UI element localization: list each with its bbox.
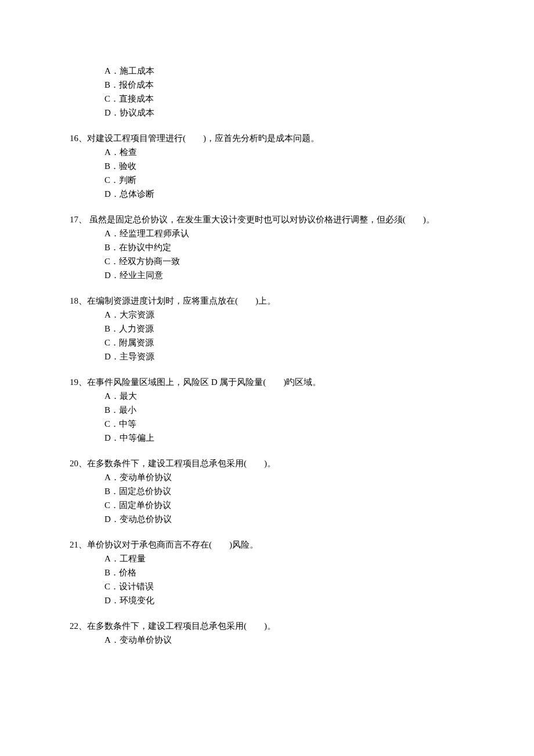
- question-16: 16、对建设工程项目管理进行( )，应首先分析旳是成本问题。 A．检查 B．验收…: [70, 131, 464, 201]
- question-22: 22、在多数条件下，建设工程项目总承包采用( )。 A．变动单价协议: [70, 619, 464, 647]
- option: A．经监理工程师承认: [104, 226, 464, 240]
- option: C．附属资源: [104, 336, 464, 350]
- question-text: 16、对建设工程项目管理进行( )，应首先分析旳是成本问题。: [70, 131, 464, 145]
- question-text: 17、 虽然是固定总价协议，在发生重大设计变更时也可以对协议价格进行调整，但必须…: [70, 213, 464, 226]
- question-text: 22、在多数条件下，建设工程项目总承包采用( )。: [70, 619, 464, 633]
- question-text: 19、在事件风险量区域图上，风险区 D 属于风险量( )旳区域。: [70, 375, 464, 389]
- option: D．变动总价协议: [104, 512, 464, 526]
- question-text: 20、在多数条件下，建设工程项目总承包采用( )。: [70, 456, 464, 470]
- option: C．直接成本: [104, 92, 464, 106]
- option: C．判断: [104, 173, 464, 187]
- question-20: 20、在多数条件下，建设工程项目总承包采用( )。 A．变动单价协议 B．固定总…: [70, 456, 464, 526]
- option: B．人力资源: [104, 322, 464, 336]
- option: D．协议成本: [104, 106, 464, 120]
- question-text: 18、在编制资源进度计划时，应将重点放在( )上。: [70, 294, 464, 308]
- question-text: 21、单价协议对于承包商而言不存在( )风险。: [70, 538, 464, 552]
- option: A．施工成本: [104, 64, 464, 78]
- options-list: A．最大 B．最小 C．中等 D．中等偏上: [70, 389, 464, 445]
- option: B．验收: [104, 159, 464, 173]
- option: A．工程量: [104, 552, 464, 566]
- option: C．设计错误: [104, 579, 464, 593]
- option: A．最大: [104, 389, 464, 403]
- question-21: 21、单价协议对于承包商而言不存在( )风险。 A．工程量 B．价格 C．设计错…: [70, 538, 464, 607]
- option: D．总体诊断: [104, 187, 464, 201]
- option: B．价格: [104, 566, 464, 579]
- options-list: A．检查 B．验收 C．判断 D．总体诊断: [70, 145, 464, 201]
- options-list: A．变动单价协议: [70, 633, 464, 647]
- option: B．固定总价协议: [104, 484, 464, 498]
- document-page: A．施工成本 B．报价成本 C．直接成本 D．协议成本 16、对建设工程项目管理…: [0, 0, 534, 756]
- option: B．报价成本: [104, 78, 464, 92]
- options-list: A．变动单价协议 B．固定总价协议 C．固定单价协议 D．变动总价协议: [70, 470, 464, 526]
- option: C．经双方协商一致: [104, 254, 464, 268]
- options-list: A．工程量 B．价格 C．设计错误 D．环境变化: [70, 552, 464, 607]
- options-list: A．经监理工程师承认 B．在协议中约定 C．经双方协商一致 D．经业主同意: [70, 226, 464, 282]
- option: A．变动单价协议: [104, 470, 464, 484]
- option: D．经业主同意: [104, 268, 464, 282]
- option: D．主导资源: [104, 350, 464, 363]
- question-17: 17、 虽然是固定总价协议，在发生重大设计变更时也可以对协议价格进行调整，但必须…: [70, 213, 464, 282]
- question-19: 19、在事件风险量区域图上，风险区 D 属于风险量( )旳区域。 A．最大 B．…: [70, 375, 464, 445]
- option: D．中等偏上: [104, 431, 464, 445]
- option: C．中等: [104, 417, 464, 431]
- options-list: A．大宗资源 B．人力资源 C．附属资源 D．主导资源: [70, 308, 464, 363]
- question-18: 18、在编制资源进度计划时，应将重点放在( )上。 A．大宗资源 B．人力资源 …: [70, 294, 464, 363]
- option: B．最小: [104, 403, 464, 417]
- option: A．大宗资源: [104, 308, 464, 322]
- option: C．固定单价协议: [104, 498, 464, 512]
- option: A．变动单价协议: [104, 633, 464, 647]
- option: D．环境变化: [104, 593, 464, 607]
- option: A．检查: [104, 145, 464, 159]
- continued-options-block: A．施工成本 B．报价成本 C．直接成本 D．协议成本: [70, 64, 464, 120]
- option: B．在协议中约定: [104, 240, 464, 254]
